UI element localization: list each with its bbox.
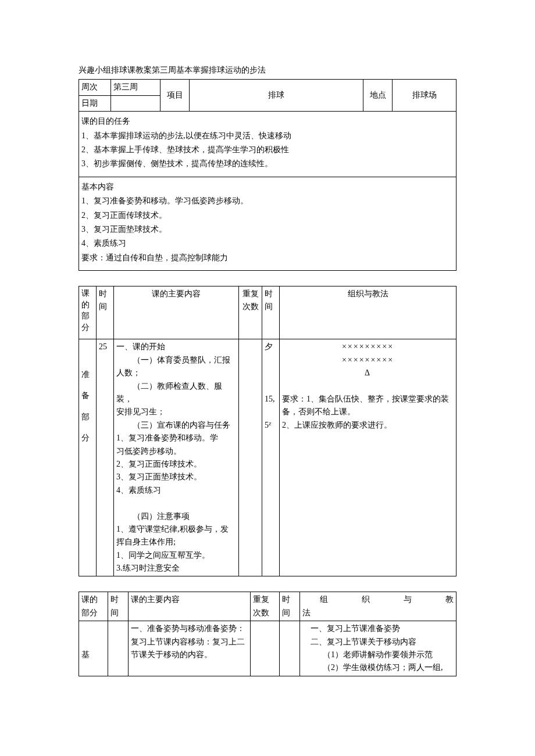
t2-time2c: 5ᶻ	[265, 419, 277, 432]
t3-h2: 时间	[108, 592, 129, 621]
objectives-block: 课的目的任务 1、基本掌握排球运动的步法,以便在练习中灵活、快速移动 2、基本掌…	[79, 112, 456, 177]
subject-label: 项目	[160, 80, 190, 112]
t2-h4: 重复次数	[239, 286, 262, 339]
t2-h2: 时间	[97, 286, 114, 339]
objectives-heading: 课的目的任务	[81, 115, 454, 128]
lesson-table-1: 课的部分 时间 课的主要内容 重复次数 时间 组织与教法 准备部分 25 一、课…	[79, 286, 456, 576]
t2-h5: 时间	[262, 286, 280, 339]
location-label: 地点	[363, 80, 393, 112]
t3-h6-line2: 法	[302, 607, 454, 619]
t3-part: 基	[79, 621, 108, 676]
t2-main-l7: 1、复习准备姿势和移动。学	[116, 432, 236, 445]
formation-3: Δ	[282, 367, 454, 379]
t2-time2: 夕 15, 5ᶻ	[262, 339, 280, 576]
t3-time2	[280, 621, 300, 676]
header-table: 周次 第三周 项目 排球 地点 排球场 日期	[79, 79, 456, 112]
date-value	[111, 95, 160, 111]
t2-main-l8: 习低姿跨步移动。	[116, 445, 236, 458]
t2-part: 准备部分	[79, 339, 97, 576]
t2-org: ××××××××× ××××××××× Δ 要求：1、集合队伍快、整齐，按课堂要…	[280, 339, 456, 576]
t2-main-l14: 挥自身主体作用;	[116, 536, 236, 549]
t3-org-l1: 一、复习上节课准备姿势	[311, 622, 454, 635]
content-1: 1、复习准备姿势和移动。学习低姿跨步移动。	[81, 195, 454, 207]
formation-2: ×××××××××	[282, 354, 454, 367]
content-3: 3、复习正面垫球技术。	[81, 223, 454, 236]
t2-h3: 课的主要内容	[114, 286, 239, 339]
content-req: 要求：通过自传和自垫，提高控制球能力	[81, 252, 454, 264]
content-block: 基本内容 1、复习准备姿势和移动。学习低姿跨步移动。 2、复习正面传球技术。 3…	[79, 177, 456, 271]
t2-main-l16: 3.练习时注意安全	[116, 562, 236, 575]
t2-h6: 组织与教法	[280, 286, 456, 339]
objective-3: 3、初步掌握侧传、侧垫技术，提高传垫球的连续性。	[81, 157, 454, 170]
t2-main: 一、课的开始 （一）体育委员整队，汇报 人数； （二）教师检查人数、服装， 安排…	[114, 339, 239, 576]
date-label: 日期	[79, 95, 111, 111]
t2-main-l11: 4、素质练习	[116, 484, 236, 497]
content-4: 4、素质练习	[81, 237, 454, 250]
t3-h4: 重复次数	[251, 592, 280, 621]
location-value: 排球场	[393, 80, 456, 112]
t3-h5: 时间	[280, 592, 300, 621]
t2-main-l9: 2、复习正面传球技术。	[116, 458, 236, 471]
t3-org-l4: （2）学生做模仿练习；两人一组,	[311, 661, 454, 674]
t3-h6: 组织与教 法	[300, 592, 456, 621]
week-value: 第三周	[111, 80, 160, 95]
t3-org-l3: （1）老师讲解动作要领并示范	[311, 648, 454, 661]
t2-main-l13: 1、遵守课堂纪律,积极参与，发	[116, 523, 236, 536]
t3-org: 一、复习上节课准备姿势 二、复习上节课关于移动内容 （1）老师讲解动作要领并示范…	[300, 621, 456, 676]
document-title: 兴趣小组排球课教案第三周基本掌握排球运动的步法	[79, 64, 456, 77]
t2-time2b: 15,	[265, 393, 277, 406]
objective-1: 1、基本掌握排球运动的步法,以便在练习中灵活、快速移动	[81, 130, 454, 142]
t3-h3: 课的主要内容	[129, 592, 251, 621]
t2-time2a: 夕	[265, 341, 277, 353]
t3-org-l2: 二、复习上节课关于移动内容	[311, 636, 454, 648]
t2-reps	[239, 339, 262, 576]
t3-reps	[251, 621, 280, 676]
org-req-2: 2、上课应按教师的要求进行。	[282, 419, 454, 432]
t2-main-l2: （一）体育委员整队，汇报	[116, 354, 236, 367]
formation-1: ×××××××××	[282, 341, 454, 353]
objective-2: 2、基本掌握上手传球、垫球技术，提高学生学习的积极性	[81, 144, 454, 156]
t2-main-l1: 一、课的开始	[116, 341, 236, 353]
t3-main: 一、准备姿势与移动准备姿势：复习上节课内容移动：复习上二节课关于移动的内容。	[129, 621, 251, 676]
t2-h1: 课的部分	[79, 286, 97, 339]
t2-main-l6: （三）宣布课的内容与任务	[116, 419, 236, 432]
t2-main-l15: 1、同学之间应互帮互学。	[116, 549, 236, 562]
t3-time1	[108, 621, 129, 676]
lesson-table-2: 课的部分 时间 课的主要内容 重复次数 时间 组织与教 法 基 一、准备姿势与移…	[79, 592, 456, 676]
t2-time1: 25	[97, 339, 114, 576]
t2-main-l3: 人数；	[116, 367, 236, 379]
org-req-1: 要求：1、集合队伍快、整齐，按课堂要求的装备，否则不给上课。	[282, 393, 454, 419]
t3-h1: 课的部分	[79, 592, 108, 621]
week-label: 周次	[79, 80, 111, 95]
t2-main-l4: （二）教师检查人数、服装，	[116, 380, 236, 406]
content-heading: 基本内容	[81, 181, 454, 194]
t2-main-l12: （四）注意事项	[116, 510, 236, 523]
content-2: 2、复习正面传球技术。	[81, 209, 454, 222]
t2-main-l10: 3、复习正面垫球技术。	[116, 471, 236, 483]
t2-main-l5: 安排见习生；	[116, 406, 236, 418]
subject-value: 排球	[190, 80, 363, 112]
